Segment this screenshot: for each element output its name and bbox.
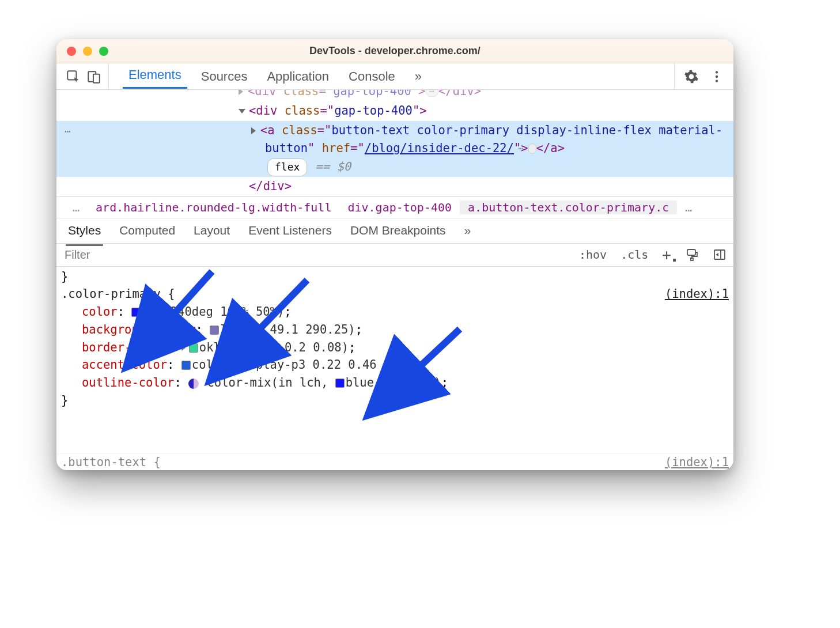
- color-swatch-icon[interactable]: [210, 326, 219, 335]
- svg-rect-6: [687, 249, 695, 255]
- expand-icon[interactable]: [239, 90, 243, 95]
- svg-point-3: [716, 71, 718, 73]
- css-property[interactable]: accent-color: color(display-p3 0.22 0.46…: [61, 356, 729, 374]
- styles-tab-strip: Styles Computed Layout Event Listeners D…: [56, 218, 733, 244]
- flex-badge[interactable]: flex: [267, 158, 307, 176]
- tab-dom-breakpoints[interactable]: DOM Breakpoints: [349, 220, 447, 241]
- color-swatch-icon[interactable]: [388, 379, 398, 388]
- tab-layout[interactable]: Layout: [192, 220, 231, 241]
- window-maximize-button[interactable]: [99, 47, 108, 56]
- breadcrumb-item[interactable]: div.gap-top-400: [339, 200, 460, 214]
- expand-icon[interactable]: [181, 345, 186, 351]
- dollar-zero: == $0: [315, 160, 351, 173]
- ellipsis-icon[interactable]: ⋯: [426, 90, 438, 97]
- breadcrumb-overflow[interactable]: …: [65, 200, 88, 214]
- breadcrumb-item[interactable]: ard.hairline.rounded-lg.width-full: [88, 200, 339, 214]
- cls-toggle[interactable]: .cls: [614, 244, 655, 266]
- dom-row[interactable]: <div class="gap-top-400">⋯</div>: [56, 90, 733, 101]
- tab-computed[interactable]: Computed: [118, 220, 176, 241]
- main-tab-strip: Elements Sources Application Console »: [56, 63, 733, 90]
- expand-icon[interactable]: [251, 127, 256, 134]
- svg-rect-2: [93, 74, 100, 82]
- panel-toggle-icon[interactable]: [706, 244, 733, 266]
- tab-application[interactable]: Application: [261, 66, 335, 88]
- rule-selector[interactable]: .color-primary: [61, 287, 161, 301]
- rule-close-brace: }: [61, 392, 729, 410]
- dom-row-selected[interactable]: ⋯ <a class="button-text color-primary di…: [56, 121, 733, 177]
- traffic-lights: [67, 47, 108, 56]
- css-property[interactable]: border-color: oklab(0.83 -0.2 0.08);: [61, 339, 729, 357]
- subtabs-overflow[interactable]: »: [463, 220, 472, 241]
- color-swatch-icon[interactable]: [131, 308, 141, 317]
- tab-event-listeners[interactable]: Event Listeners: [247, 220, 333, 241]
- cutoff-rule: .button-text { (index):1: [56, 453, 733, 470]
- window-close-button[interactable]: [67, 47, 76, 56]
- rule-source-link[interactable]: (index):1: [665, 285, 729, 303]
- color-swatch-icon[interactable]: [335, 379, 345, 388]
- devtools-window: DevTools - developer.chrome.com/ Element…: [56, 39, 733, 470]
- svg-rect-7: [691, 258, 693, 260]
- device-toggle-icon[interactable]: [86, 69, 101, 84]
- window-title: DevTools - developer.chrome.com/: [56, 45, 733, 57]
- svg-point-4: [716, 75, 718, 77]
- tab-sources[interactable]: Sources: [195, 66, 253, 88]
- color-swatch-icon[interactable]: [181, 361, 191, 370]
- titlebar: DevTools - developer.chrome.com/: [56, 39, 733, 63]
- styles-pane[interactable]: } .color-primary { (index):1 color: hsl(…: [56, 267, 733, 455]
- ellipsis-icon[interactable]: ⋯: [528, 143, 536, 154]
- dom-row[interactable]: <div class="gap-top-400">: [56, 101, 733, 121]
- rule-close-brace: }: [61, 268, 729, 286]
- css-property[interactable]: background-color: lch(54 49.1 290.25);: [61, 321, 729, 339]
- new-rule-button[interactable]: +: [655, 244, 678, 266]
- breadcrumb-item-active[interactable]: a.button-text.color-primary.c: [460, 200, 677, 214]
- filter-input[interactable]: [56, 244, 572, 266]
- tab-styles[interactable]: Styles: [67, 220, 102, 241]
- tabs-overflow[interactable]: »: [409, 66, 427, 88]
- gear-icon[interactable]: [684, 69, 699, 84]
- css-property[interactable]: color: hsl(240deg 100% 50%);: [61, 303, 729, 321]
- css-property[interactable]: outline-color: color-mix(in lch, blue, w…: [61, 374, 729, 392]
- breadcrumb[interactable]: … ard.hairline.rounded-lg.width-full div…: [56, 196, 733, 218]
- color-mix-swatch-icon[interactable]: [188, 379, 199, 389]
- collapse-icon[interactable]: [239, 109, 245, 114]
- hov-toggle[interactable]: :hov: [572, 244, 614, 266]
- dom-row[interactable]: </div>: [56, 177, 733, 196]
- styles-filter-bar: :hov .cls +: [56, 244, 733, 267]
- svg-point-5: [716, 80, 718, 82]
- paint-icon[interactable]: [678, 244, 706, 266]
- kebab-icon[interactable]: [709, 69, 724, 84]
- window-minimize-button[interactable]: [83, 47, 92, 56]
- tab-console[interactable]: Console: [343, 66, 401, 88]
- tab-elements[interactable]: Elements: [123, 64, 187, 89]
- color-swatch-icon[interactable]: [189, 343, 198, 353]
- inspect-icon[interactable]: [66, 69, 81, 84]
- dom-tree[interactable]: <div class="gap-top-400">⋯</div> <div cl…: [56, 90, 733, 196]
- breadcrumb-overflow[interactable]: …: [677, 200, 700, 214]
